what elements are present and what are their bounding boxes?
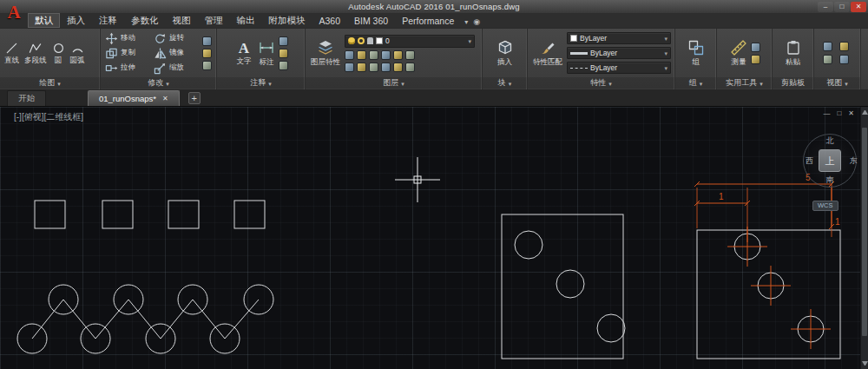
ribbon-tab-插入[interactable]: 插入 — [60, 13, 92, 28]
lineweight-select[interactable]: ByLayer — [567, 47, 671, 59]
layer-select[interactable]: 0 — [345, 35, 475, 48]
stretch-button[interactable]: 拉伸 — [103, 61, 152, 76]
match-properties-button[interactable]: 特性匹配 — [530, 38, 565, 67]
tool-icon[interactable] — [393, 50, 403, 60]
scroll-up-icon[interactable] — [862, 110, 868, 115]
tab-close-icon[interactable]: ✕ — [162, 95, 168, 102]
viewcube-north[interactable]: 北 — [826, 135, 834, 147]
panel-draw-label[interactable]: 绘图 — [0, 77, 100, 89]
ribbon-tab-附加模块[interactable]: 附加模块 — [262, 13, 312, 28]
tool-icon[interactable] — [202, 36, 212, 46]
polyline-button[interactable]: 多段线 — [23, 41, 49, 65]
tool-icon[interactable] — [369, 63, 378, 72]
scrollbar-thumb[interactable] — [862, 128, 867, 336]
ribbon-tab-注释[interactable]: 注释 — [92, 13, 124, 28]
panel-utilities-label[interactable]: 实用工具 — [717, 77, 772, 89]
ribbon-tab-输出[interactable]: 输出 — [230, 13, 262, 28]
panel-clipboard-label[interactable]: 剪贴板 — [773, 77, 813, 89]
panel-properties-label[interactable]: 特性 — [528, 77, 674, 89]
linetype-select[interactable]: ByLayer — [567, 62, 671, 74]
drawing-canvas[interactable]: 511 [-][俯视][二维线框] — □ ✕ 北 南 西 东 上 WCS — [0, 107, 868, 369]
vertical-scrollbar[interactable] — [860, 107, 868, 369]
viewport-minimize-icon[interactable]: — — [823, 109, 830, 117]
panel-label-text: 实用工具 — [726, 77, 757, 89]
sun-icon — [358, 37, 365, 44]
tool-icon[interactable] — [279, 49, 288, 58]
panel-view-label[interactable]: 视图 — [814, 77, 860, 89]
maximize-button[interactable]: □ — [834, 2, 850, 12]
copy-button[interactable]: 复制 — [103, 46, 152, 61]
tool-icon[interactable] — [279, 36, 288, 46]
tool-icon[interactable] — [279, 61, 288, 70]
minimize-button[interactable]: – — [818, 2, 833, 12]
new-tab-button[interactable]: + — [188, 92, 201, 104]
panel-groups-label[interactable]: 组 — [675, 77, 716, 89]
wcs-badge[interactable]: WCS — [812, 201, 838, 211]
dimension-button[interactable]: 标注 — [256, 38, 277, 67]
tool-icon[interactable] — [405, 63, 415, 72]
viewport-controls[interactable]: [-][俯视][二维线框] — [14, 111, 83, 123]
ribbon-tabs: 默认插入注释参数化视图管理输出附加模块A360BIM 360Performanc… — [28, 13, 461, 28]
move-button[interactable]: 移动 — [103, 31, 152, 46]
panel-layers-label[interactable]: 图层 — [306, 77, 482, 89]
tool-icon[interactable] — [751, 55, 760, 64]
layers-icon — [317, 39, 334, 56]
group-button[interactable]: 组 — [686, 38, 707, 67]
tool-icon[interactable] — [839, 42, 849, 51]
viewcube-top-face[interactable]: 上 — [819, 149, 841, 172]
tool-icon[interactable] — [381, 50, 391, 60]
rotate-button[interactable]: 旋转 — [152, 31, 201, 46]
line-button[interactable]: 直线 — [3, 41, 21, 65]
tool-icon[interactable] — [751, 43, 760, 52]
measure-button[interactable]: 测量 — [728, 38, 749, 67]
panel-annotate-label[interactable]: 注释 — [217, 77, 305, 89]
tool-icon[interactable] — [202, 49, 212, 58]
autocad-logo-icon[interactable]: A — [3, 0, 24, 26]
tool-icon[interactable] — [381, 63, 391, 72]
paste-button[interactable]: 粘贴 — [783, 38, 804, 67]
tool-icon[interactable] — [823, 55, 832, 64]
ribbon-tab-BIM 360[interactable]: BIM 360 — [347, 13, 395, 28]
ribbon-tab-视图[interactable]: 视图 — [166, 13, 198, 28]
object-color-select[interactable]: ByLayer — [567, 32, 671, 44]
tool-icon[interactable] — [345, 63, 354, 72]
panel-label-text: 修改 — [148, 77, 163, 89]
viewport-close-icon[interactable]: ✕ — [848, 109, 854, 117]
text-button[interactable]: 文字 — [233, 39, 254, 66]
tool-icon[interactable] — [393, 63, 403, 72]
tool-icon[interactable] — [345, 50, 354, 60]
ribbon-tab-默认[interactable]: 默认 — [28, 13, 60, 28]
viewcube[interactable]: 北 南 西 东 上 — [803, 134, 857, 188]
scroll-down-icon[interactable] — [862, 361, 868, 366]
viewcube-west[interactable]: 西 — [806, 155, 813, 167]
panel-block-label[interactable]: 块 — [483, 77, 527, 89]
tool-icon[interactable] — [357, 50, 366, 60]
layer-properties-button[interactable]: 图层特性 — [308, 38, 343, 67]
tab-drawing[interactable]: 01_runOsnaps* ✕ — [88, 90, 180, 106]
tool-icon[interactable] — [369, 50, 378, 60]
viewcube-south[interactable]: 南 — [826, 175, 834, 186]
tool-icon[interactable] — [839, 55, 849, 64]
viewcube-east[interactable]: 东 — [850, 155, 858, 167]
arc-button[interactable]: 圆弧 — [69, 41, 87, 65]
tool-icon[interactable] — [357, 63, 366, 72]
ribbon-tab-A360[interactable]: A360 — [312, 13, 348, 28]
tab-start[interactable]: 开始 — [7, 90, 46, 106]
viewport-restore-icon[interactable]: □ — [837, 109, 841, 117]
ribbon-tab-参数化[interactable]: 参数化 — [124, 13, 166, 28]
ribbon-cycle-icon[interactable] — [473, 16, 480, 26]
panel-modify-label[interactable]: 修改 — [101, 77, 216, 89]
close-button[interactable]: ✕ — [851, 2, 866, 12]
chevron-down-icon — [608, 79, 612, 88]
ribbon-tab-Performance[interactable]: Performance — [395, 13, 461, 28]
ribbon-tab-管理[interactable]: 管理 — [198, 13, 230, 28]
mirror-button[interactable]: 镜像 — [152, 46, 201, 61]
circle-button[interactable]: 圆 — [50, 41, 67, 65]
tool-icon[interactable] — [202, 61, 212, 70]
ribbon-collapse-icon[interactable] — [464, 16, 468, 26]
bulb-icon — [348, 37, 355, 44]
tool-icon[interactable] — [405, 50, 415, 60]
scale-button[interactable]: 缩放 — [152, 61, 201, 76]
tool-icon[interactable] — [823, 42, 832, 51]
insert-button[interactable]: 插入 — [495, 38, 516, 67]
